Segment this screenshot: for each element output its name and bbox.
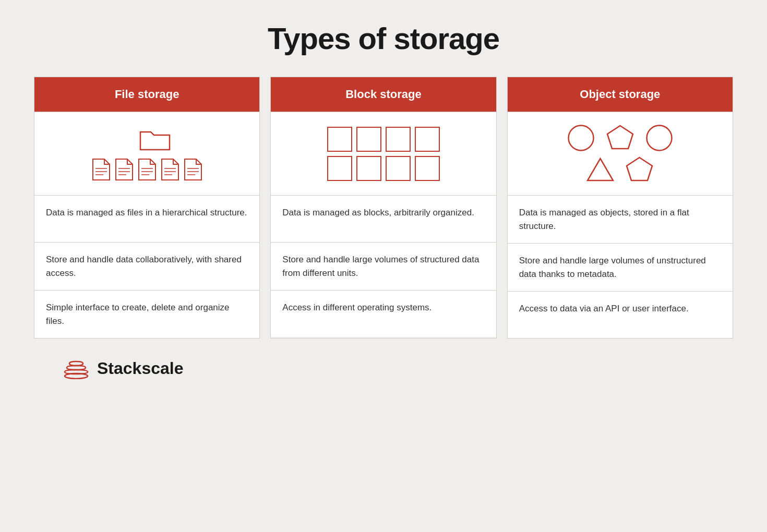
block-storage-header: Block storage	[271, 77, 496, 112]
pentagon-icon	[606, 124, 634, 152]
object-storage-desc1: Data is managed as objects, stored in a …	[508, 195, 733, 243]
block-cell	[415, 156, 440, 181]
svg-marker-19	[627, 158, 652, 180]
pentagon2-icon	[625, 155, 654, 184]
object-storage-desc3: Access to data via an API or user interf…	[508, 291, 733, 338]
block-cell	[386, 156, 411, 181]
block-storage-icons	[327, 127, 440, 181]
svg-point-17	[646, 125, 672, 150]
file-icons-row	[92, 158, 202, 181]
block-storage-icon-cell	[271, 112, 496, 195]
file-icon	[184, 158, 202, 181]
block-cell	[356, 127, 381, 152]
page-title: Types of storage	[268, 21, 499, 56]
circle-icon	[645, 124, 674, 152]
file-icon	[92, 158, 111, 181]
svg-marker-18	[588, 159, 613, 180]
folder-icon	[139, 127, 171, 152]
file-storage-desc1: Data is managed as files in a hierarchic…	[34, 195, 259, 242]
object-row-top	[567, 124, 674, 152]
block-cell	[415, 127, 440, 152]
file-storage-desc3: Simple interface to create, delete and o…	[34, 290, 259, 338]
block-storage-desc2: Store and handle large volumes of struct…	[271, 242, 496, 290]
file-storage-icon-cell	[34, 112, 259, 195]
stackscale-logo-icon	[63, 357, 90, 379]
svg-point-15	[568, 125, 593, 150]
block-storage-column: Block storage Data is managed as blocks,…	[270, 77, 496, 338]
block-cell	[327, 127, 352, 152]
block-storage-desc3: Access in different operating systems.	[271, 290, 496, 337]
block-storage-desc1: Data is managed as blocks, arbitrarily o…	[271, 195, 496, 242]
object-storage-icon-cell	[508, 112, 733, 195]
file-storage-icons	[92, 127, 202, 181]
block-cell	[327, 156, 352, 181]
circle-icon	[567, 124, 595, 152]
storage-comparison-grid: File storage	[34, 77, 733, 338]
triangle-icon	[586, 155, 615, 184]
logo-area: Stackscale	[63, 357, 183, 379]
block-cell	[386, 127, 411, 152]
file-storage-header: File storage	[34, 77, 259, 112]
object-storage-header: Object storage	[508, 77, 733, 112]
object-storage-icons	[567, 124, 674, 184]
block-cell	[356, 156, 381, 181]
object-storage-desc2: Store and handle large volumes of unstru…	[508, 243, 733, 291]
file-storage-desc2: Store and handle data collaboratively, w…	[34, 242, 259, 290]
object-storage-column: Object storage	[507, 77, 733, 338]
svg-marker-16	[607, 126, 633, 149]
logo-name: Stackscale	[97, 359, 183, 378]
file-icon	[115, 158, 134, 181]
file-icon	[161, 158, 179, 181]
object-row-bottom	[586, 155, 654, 184]
file-storage-column: File storage	[34, 77, 260, 338]
file-icon	[138, 158, 157, 181]
